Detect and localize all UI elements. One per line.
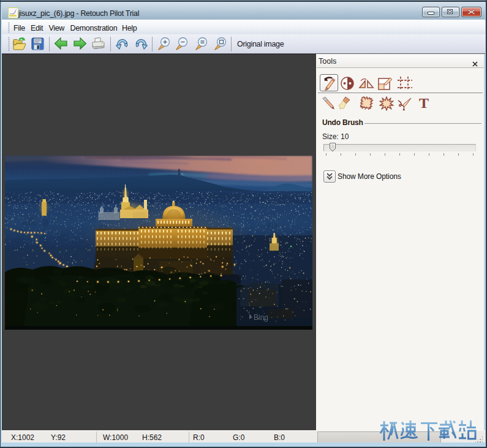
- svg-text:T: T: [419, 96, 429, 111]
- svg-text:Bing: Bing: [254, 313, 268, 322]
